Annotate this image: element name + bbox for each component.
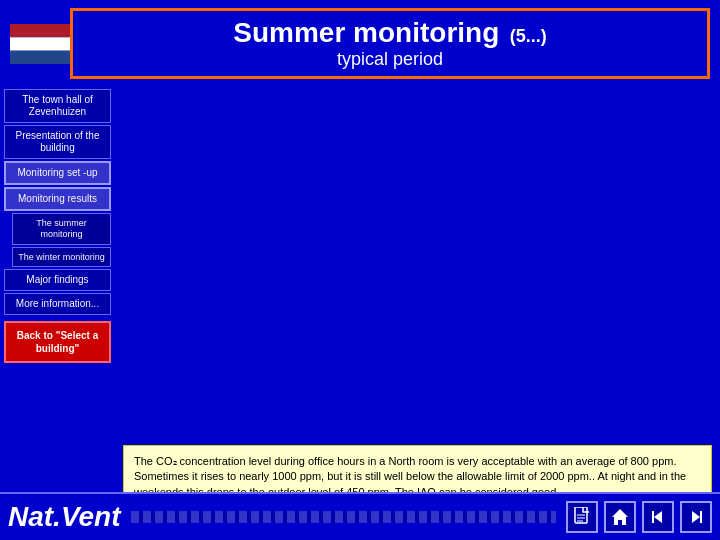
page-title: Summer monitoring (5...) <box>83 17 697 49</box>
sidebar: The town hall of Zevenhuizen Presentatio… <box>0 87 115 517</box>
forward-nav-button[interactable] <box>680 501 712 533</box>
doc-button[interactable] <box>566 501 598 533</box>
home-button[interactable] <box>604 501 636 533</box>
progress-bar <box>131 511 556 523</box>
header: Summer monitoring (5...) typical period <box>0 0 720 87</box>
dutch-flag <box>10 24 70 64</box>
subtitle-text: typical period <box>83 49 697 70</box>
sidebar-item-monitoring-set[interactable]: Monitoring set -up <box>4 161 111 185</box>
main-layout: The town hall of Zevenhuizen Presentatio… <box>0 87 720 517</box>
sidebar-item-town-hall[interactable]: The town hall of Zevenhuizen <box>4 89 111 123</box>
title-suffix: (5...) <box>510 26 547 46</box>
back-nav-button[interactable] <box>642 501 674 533</box>
brand-vent: Vent <box>61 501 121 533</box>
footer-nav <box>566 501 712 533</box>
back-button[interactable]: Back to "Select a building" <box>4 321 111 363</box>
svg-rect-1 <box>10 37 70 50</box>
sidebar-item-major-findings[interactable]: Major findings <box>4 269 111 291</box>
header-title-box: Summer monitoring (5...) typical period <box>70 8 710 79</box>
sidebar-item-more-info[interactable]: More information... <box>4 293 111 315</box>
sidebar-item-winter-monitoring[interactable]: The winter monitoring <box>12 247 111 268</box>
svg-rect-2 <box>10 50 70 63</box>
svg-marker-8 <box>654 511 662 523</box>
svg-rect-11 <box>700 511 702 523</box>
svg-marker-10 <box>692 511 700 523</box>
brand-logo: Nat. Vent <box>8 501 121 533</box>
sidebar-item-summer-monitoring[interactable]: The summer monitoring <box>12 213 111 245</box>
content-area: The CO₂ concentration level during offic… <box>115 87 720 517</box>
svg-marker-7 <box>612 509 628 525</box>
svg-rect-0 <box>10 24 70 37</box>
brand-nat: Nat. <box>8 501 61 533</box>
title-text: Summer monitoring <box>233 17 499 48</box>
footer: Nat. Vent <box>0 492 720 540</box>
sidebar-item-presentation[interactable]: Presentation of the building <box>4 125 111 159</box>
sidebar-item-monitoring-results[interactable]: Monitoring results <box>4 187 111 211</box>
svg-rect-9 <box>652 511 654 523</box>
